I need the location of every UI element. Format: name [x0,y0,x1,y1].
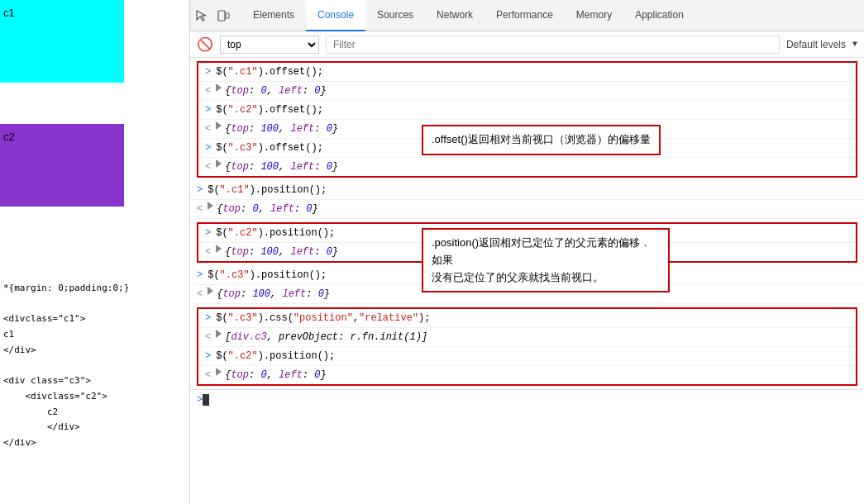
expand-icon[interactable] [208,202,213,210]
console-line: > $(".c2").position(); [198,347,856,366]
expand-icon[interactable] [216,368,222,376]
tab-icons [193,7,232,24]
expand-icon[interactable] [216,83,222,92]
console-line: > $(".c3").css("position","relative"); [198,309,856,328]
console-line: < {top: 0, left: 0} [198,82,856,101]
default-levels-dropdown[interactable]: Default levels [786,39,846,50]
tab-application[interactable]: Application [623,0,695,31]
tab-memory[interactable]: Memory [565,0,623,31]
context-select[interactable]: top [220,36,319,54]
c1-box [0,0,124,83]
result-arrow: < [205,245,211,259]
expand-icon[interactable] [216,159,222,168]
tab-performance[interactable]: Performance [485,0,565,31]
input-arrow: > [205,102,211,117]
filter-input[interactable] [326,36,780,54]
svg-rect-1 [226,13,229,18]
tab-console[interactable]: Console [306,0,365,31]
input-arrow: > [197,183,203,197]
console-line: < [div.c3, prevObject: r.fn.init(1)] [198,328,856,347]
console-line: > $(".c2").offset(); [198,101,856,120]
console-line: < {top: 100, left: 0} [198,158,856,176]
left-panel: c1 c2 *{margin: 0;padding:0;} <divclass=… [0,0,190,504]
input-arrow: > [205,226,211,240]
device-icon[interactable] [215,7,232,24]
tab-elements[interactable]: Elements [241,0,306,31]
clear-console-icon[interactable]: 🚫 [197,36,213,53]
result-arrow: < [197,202,203,216]
input-arrow: > [205,349,211,364]
offset-tooltip: .offset()返回相对当前视口（浏览器）的偏移量 [422,125,661,155]
tab-network[interactable]: Network [425,0,485,31]
c1-label: c1 [3,7,15,19]
input-arrow: > [205,64,211,79]
console-line: < {top: 0, left: 0} [198,366,856,384]
svg-rect-0 [218,11,225,21]
c2-box [0,124,124,207]
console-input-line[interactable]: > [190,389,864,409]
position-tooltip: .position()返回相对已定位了的父元素的偏移．如果 没有已定位了的父亲就… [422,228,670,292]
code-section: *{margin: 0;padding:0;} <divclass="c1"> … [3,281,129,451]
cursor-icon[interactable] [193,7,210,24]
devtools-tab-bar: Elements Console Sources Network Perform… [190,0,864,31]
result-arrow: < [197,287,203,302]
console-output: > $(".c1").offset(); < {top: 0, left: 0}… [190,58,864,504]
console-toolbar: 🚫 top Default levels ▼ [190,31,864,58]
offset-section: > $(".c1").offset(); < {top: 0, left: 0}… [197,61,857,178]
input-arrow: > [205,140,211,155]
console-line: > $(".c1").position(); [190,181,864,200]
result-arrow: < [205,330,211,345]
expand-icon[interactable] [216,245,222,253]
expand-icon[interactable] [216,330,222,338]
input-arrow: > [205,311,211,326]
devtools-panel: Elements Console Sources Network Perform… [190,0,864,504]
console-cursor [203,394,209,406]
chevron-down-icon[interactable]: ▼ [852,40,857,49]
result-arrow: < [205,121,211,136]
console-line: > $(".c1").offset(); [198,63,856,82]
input-arrow: > [197,268,203,283]
css-section: > $(".c3").css("position","relative"); <… [197,307,857,386]
result-arrow: < [205,83,211,98]
tab-sources[interactable]: Sources [365,0,425,31]
result-arrow: < [205,368,211,383]
result-arrow: < [205,159,211,174]
expand-icon[interactable] [208,287,213,295]
expand-icon[interactable] [216,121,222,130]
console-line: < {top: 0, left: 0} [190,200,864,219]
c2-label: c2 [3,131,15,143]
